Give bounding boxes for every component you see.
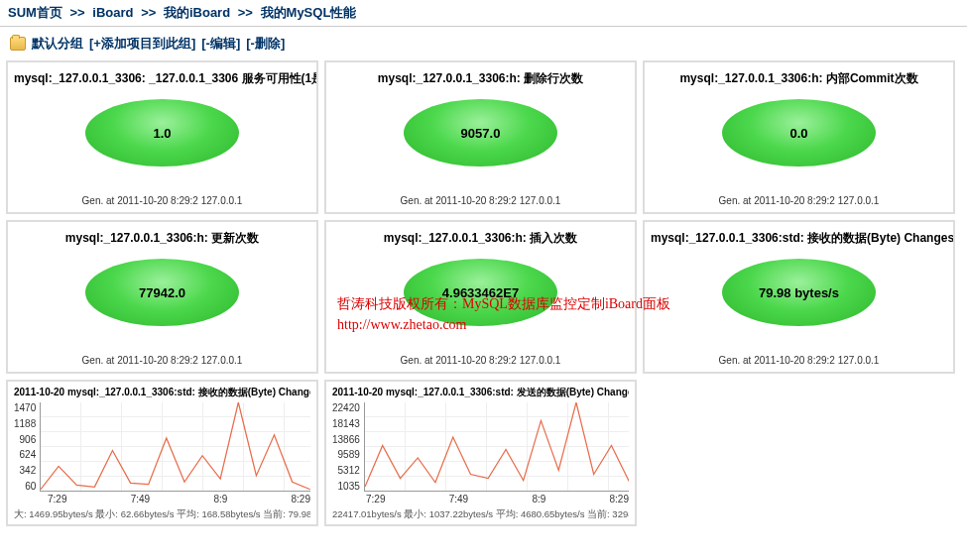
chart-ylabels: 1470118890662434260 bbox=[14, 402, 40, 492]
breadcrumb-sep: >> bbox=[70, 5, 85, 20]
gauge-value: 0.0 bbox=[789, 126, 807, 141]
gauge-value: 77942.0 bbox=[139, 285, 185, 300]
chart-body: 224201814313866958953121035 bbox=[332, 402, 629, 492]
panel-title: mysql:_127.0.0.1_3306: _127.0.0.1_3306 服… bbox=[8, 62, 316, 91]
gauge-panel[interactable]: mysql:_127.0.0.1_3306:h: 更新次数77942.0Gen.… bbox=[6, 220, 318, 374]
add-item-link[interactable]: [+添加项目到此组] bbox=[89, 35, 195, 53]
gauge-value: 4.9633462E7 bbox=[442, 285, 519, 300]
panel-title: mysql:_127.0.0.1_3306:std: 接收的数据(Byte) C… bbox=[645, 222, 953, 251]
chart-title: 2011-10-20 mysql:_127.0.0.1_3306:std: 接收… bbox=[14, 386, 310, 398]
chart-xlabels: 7:297:498:98:29 bbox=[366, 494, 629, 504]
chart-stats: 22417.01bytes/s 最小: 1037.22bytes/s 平均: 4… bbox=[332, 508, 629, 520]
chart-ylabels: 224201814313866958953121035 bbox=[332, 402, 364, 492]
gauge-ellipse: 0.0 bbox=[722, 99, 876, 167]
chart-panel[interactable]: 2011-10-20 mysql:_127.0.0.1_3306:std: 发送… bbox=[324, 380, 637, 526]
chart-title: 2011-10-20 mysql:_127.0.0.1_3306:std: 发送… bbox=[332, 386, 629, 398]
gauge-panel[interactable]: mysql:_127.0.0.1_3306:std: 接收的数据(Byte) C… bbox=[643, 220, 955, 374]
gauge-panel[interactable]: mysql:_127.0.0.1_3306: _127.0.0.1_3306 服… bbox=[6, 60, 318, 214]
breadcrumb-sep: >> bbox=[238, 5, 253, 20]
group-header: 默认分组 [+添加项目到此组] [-编辑] [-删除] bbox=[0, 27, 967, 60]
group-name: 默认分组 bbox=[32, 35, 83, 53]
breadcrumb-link[interactable]: 我的MySQL性能 bbox=[261, 5, 357, 20]
gauge-panel[interactable]: mysql:_127.0.0.1_3306:h: 删除行次数9057.0Gen.… bbox=[324, 60, 637, 214]
panel-title: mysql:_127.0.0.1_3306:h: 内部Commit次数 bbox=[645, 62, 953, 91]
delete-link[interactable]: [-删除] bbox=[246, 35, 285, 53]
breadcrumb: SUM首页 >> iBoard >> 我的iBoard >> 我的MySQL性能 bbox=[0, 0, 967, 27]
chart-stats: 大: 1469.95bytes/s 最小: 62.66bytes/s 平均: 1… bbox=[14, 508, 310, 520]
gauge-ellipse: 9057.0 bbox=[404, 99, 557, 167]
panel-grid: mysql:_127.0.0.1_3306: _127.0.0.1_3306 服… bbox=[0, 60, 967, 374]
gauge-panel[interactable]: mysql:_127.0.0.1_3306:h: 插入次数4.9633462E7… bbox=[324, 220, 637, 374]
gauge-value: 9057.0 bbox=[461, 126, 501, 141]
gauge-panel[interactable]: mysql:_127.0.0.1_3306:h: 内部Commit次数0.0Ge… bbox=[643, 60, 955, 214]
panel-footer: Gen. at 2011-10-20 8:29:2 127.0.0.1 bbox=[8, 195, 316, 206]
chart-line bbox=[365, 402, 629, 491]
chart-grid: 2011-10-20 mysql:_127.0.0.1_3306:std: 接收… bbox=[0, 380, 967, 526]
breadcrumb-sep: >> bbox=[141, 5, 156, 20]
panel-footer: Gen. at 2011-10-20 8:29:2 127.0.0.1 bbox=[645, 195, 953, 206]
panel-footer: Gen. at 2011-10-20 8:29:2 127.0.0.1 bbox=[326, 355, 635, 366]
gauge-ellipse: 77942.0 bbox=[85, 259, 239, 326]
panel-title: mysql:_127.0.0.1_3306:h: 删除行次数 bbox=[326, 62, 635, 91]
folder-icon bbox=[10, 37, 26, 51]
panel-footer: Gen. at 2011-10-20 8:29:2 127.0.0.1 bbox=[8, 355, 316, 366]
chart-plot bbox=[364, 402, 629, 492]
breadcrumb-link[interactable]: iBoard bbox=[92, 5, 133, 20]
panel-title: mysql:_127.0.0.1_3306:h: 插入次数 bbox=[326, 222, 635, 251]
panel-footer: Gen. at 2011-10-20 8:29:2 127.0.0.1 bbox=[326, 195, 635, 206]
gauge-ellipse: 1.0 bbox=[85, 99, 239, 167]
panel-footer: Gen. at 2011-10-20 8:29:2 127.0.0.1 bbox=[645, 355, 953, 366]
panel-title: mysql:_127.0.0.1_3306:h: 更新次数 bbox=[8, 222, 316, 251]
edit-link[interactable]: [-编辑] bbox=[201, 35, 240, 53]
breadcrumb-link[interactable]: 我的iBoard bbox=[164, 5, 230, 20]
chart-plot bbox=[40, 402, 310, 492]
chart-panel[interactable]: 2011-10-20 mysql:_127.0.0.1_3306:std: 接收… bbox=[6, 380, 318, 526]
gauge-ellipse: 79.98 bytes/s bbox=[722, 259, 876, 326]
gauge-value: 1.0 bbox=[153, 126, 171, 141]
gauge-ellipse: 4.9633462E7 bbox=[404, 259, 557, 326]
gauge-value: 79.98 bytes/s bbox=[759, 285, 839, 300]
breadcrumb-link[interactable]: SUM首页 bbox=[8, 5, 62, 20]
chart-xlabels: 7:297:498:98:29 bbox=[48, 494, 310, 504]
chart-line bbox=[41, 402, 310, 491]
chart-body: 1470118890662434260 bbox=[14, 402, 310, 492]
